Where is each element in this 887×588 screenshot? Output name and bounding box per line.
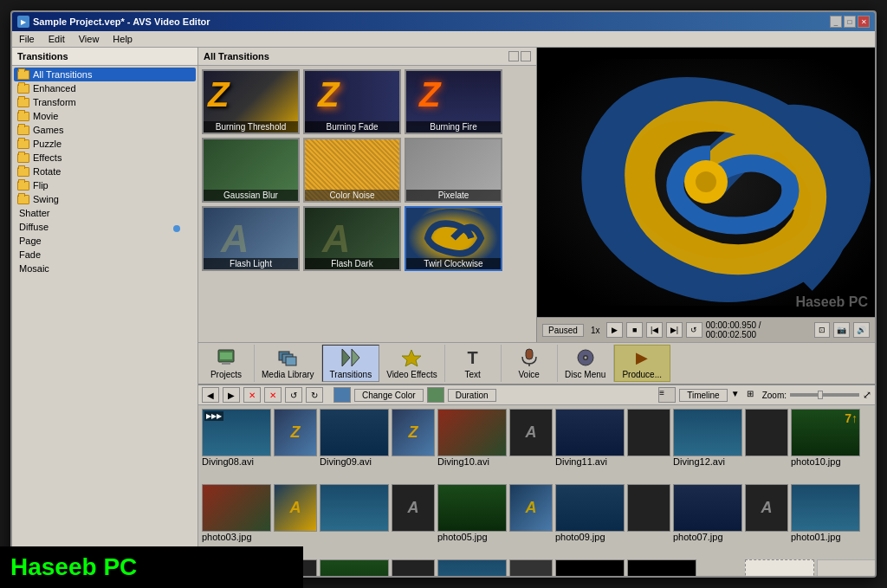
sidebar-item-fade[interactable]: Fade <box>14 248 196 262</box>
media-thumb-diving09[interactable] <box>320 409 389 456</box>
trans-3[interactable]: A <box>509 409 553 456</box>
tl-grid-btn[interactable]: ⊞ <box>747 389 759 401</box>
tl-delete-button[interactable]: ✕ <box>243 387 261 403</box>
media-thumb-photo02[interactable] <box>555 559 625 576</box>
media-thumb-coral[interactable] <box>202 484 271 532</box>
sidebar-item-rotate[interactable]: Rotate <box>14 165 196 178</box>
media-thumb-diving12[interactable] <box>673 409 742 456</box>
media-thumb-ocean2[interactable] <box>320 484 389 532</box>
tool-disc-menu[interactable]: Disc Menu <box>558 345 614 382</box>
tool-produce[interactable]: ▶ Produce... <box>614 345 670 382</box>
media-thumb-photo04[interactable] <box>320 559 389 576</box>
tl-redo-button[interactable]: ↻ <box>306 387 323 403</box>
minimize-button[interactable]: _ <box>830 16 842 28</box>
transition-flash-light[interactable]: A Flash Light <box>202 206 300 271</box>
sidebar-item-mosaic[interactable]: Mosaic <box>14 262 196 275</box>
sidebar-item-effects[interactable]: Effects <box>14 151 196 165</box>
sidebar-item-all-transitions[interactable]: All Transitions <box>14 68 196 81</box>
media-thumb-photo06[interactable] <box>437 559 507 576</box>
zoom-thumb[interactable] <box>818 391 823 399</box>
tool-text[interactable]: T Text <box>445 345 502 382</box>
trans-9[interactable] <box>627 484 670 532</box>
trans-8[interactable]: A <box>509 484 553 532</box>
close-button[interactable]: ✕ <box>858 16 870 28</box>
tl-change-color[interactable]: Change Color <box>354 389 424 402</box>
media-thumb-photo01[interactable] <box>791 484 860 532</box>
sidebar-item-movie[interactable]: Movie <box>14 109 196 123</box>
trans-13[interactable] <box>509 559 553 576</box>
tool-voice[interactable]: Voice <box>502 345 558 382</box>
transition-gaussian[interactable]: Gaussian Blur <box>202 138 300 203</box>
tl-view-icon[interactable]: ≡ <box>658 387 676 403</box>
sidebar-item-page[interactable]: Page <box>14 234 196 248</box>
tl-duration-icon[interactable] <box>427 387 444 403</box>
tool-projects[interactable]: Projects <box>198 345 255 382</box>
volume-button[interactable]: 🔊 <box>853 322 870 338</box>
media-thumb-diving11[interactable] <box>555 409 625 456</box>
grid-maximize-btn[interactable] <box>521 51 531 61</box>
media-item-diving08: ▶▶▶ Diving08.avi <box>202 409 271 467</box>
zoom-slider[interactable] <box>790 393 859 397</box>
loop-button[interactable]: ↺ <box>686 322 702 338</box>
fullscreen-button[interactable]: ⊡ <box>814 322 831 338</box>
sidebar-item-diffuse[interactable]: Diffuse <box>14 220 196 234</box>
media-thumb-black[interactable] <box>627 559 696 576</box>
media-thumb-photo09[interactable] <box>555 484 625 532</box>
sidebar-item-games[interactable]: Games <box>14 123 196 137</box>
stop-button[interactable]: ■ <box>626 322 643 338</box>
transition-color-noise[interactable]: Color Noise <box>303 138 401 203</box>
media-thumb-photo10[interactable]: 7↑ <box>791 409 860 456</box>
trans-12[interactable] <box>392 559 435 576</box>
drop-area[interactable]: Drag media items here. <box>745 559 814 576</box>
tl-undo-button[interactable]: ↺ <box>285 387 302 403</box>
transition-pixelate[interactable]: Pixelate <box>405 138 502 203</box>
media-thumb-empty[interactable] <box>817 559 875 576</box>
menu-edit[interactable]: Edit <box>45 33 68 45</box>
transition-twirl-clockwise[interactable]: Twirl Clockwise <box>405 206 502 271</box>
tl-timeline-label[interactable]: Timeline <box>679 389 727 402</box>
menu-view[interactable]: View <box>75 33 103 45</box>
tl-back-button[interactable]: ◀ <box>202 387 219 403</box>
maximize-button[interactable]: □ <box>844 16 856 28</box>
tool-video-effects[interactable]: Video Effects <box>379 345 445 382</box>
sidebar-item-swing[interactable]: Swing <box>14 192 196 206</box>
transition-flash-dark[interactable]: A Flash Dark <box>303 206 401 271</box>
next-frame-button[interactable]: ▶| <box>666 322 683 338</box>
transition-burning-fade[interactable]: Z Burning Fade <box>303 69 401 134</box>
tl-color-icon[interactable] <box>333 387 351 403</box>
trans-6[interactable]: A <box>274 484 317 532</box>
sidebar-item-enhanced[interactable]: Enhanced <box>14 81 196 95</box>
zoom-fit-button[interactable]: ⤢ <box>863 389 871 401</box>
sidebar-item-flip[interactable]: Flip <box>14 178 196 192</box>
transition-burning-fire[interactable]: Z Burning Fire <box>405 69 502 134</box>
trans-10[interactable]: A <box>745 484 788 532</box>
transition-burning-threshold[interactable]: Z Burning Threshold <box>202 69 300 134</box>
folder-icon <box>17 112 29 121</box>
media-thumb-photo07[interactable] <box>673 484 742 532</box>
sidebar-item-puzzle[interactable]: Puzzle <box>14 137 196 151</box>
folder-icon <box>17 98 29 107</box>
tl-duration[interactable]: Duration <box>448 389 496 402</box>
tl-options-btn[interactable]: ▼ <box>731 389 743 401</box>
media-thumb-diving08[interactable]: ▶▶▶ <box>202 409 271 456</box>
menu-file[interactable]: File <box>16 33 38 45</box>
menu-help[interactable]: Help <box>109 33 136 45</box>
tool-media-library[interactable]: Media Library <box>255 345 322 382</box>
grid-row-3: A Flash Light A Flash Dark <box>202 206 533 271</box>
sidebar-item-shatter[interactable]: Shatter <box>14 206 196 220</box>
media-thumb-photo05[interactable] <box>437 484 507 532</box>
sidebar-item-transform[interactable]: Transform <box>14 95 196 109</box>
media-thumb-diving10[interactable] <box>437 409 507 456</box>
trans-7[interactable]: A <box>392 484 435 532</box>
trans-1[interactable]: Z <box>274 409 317 456</box>
prev-frame-button[interactable]: |◀ <box>646 322 663 338</box>
grid-minimize-btn[interactable] <box>508 51 519 61</box>
trans-5[interactable] <box>745 409 788 456</box>
tool-transitions[interactable]: Transitions <box>322 345 380 382</box>
trans-2[interactable]: Z <box>392 409 435 456</box>
play-button[interactable]: ▶ <box>606 322 623 338</box>
tl-cut-button[interactable]: ✕ <box>264 387 282 403</box>
trans-4[interactable] <box>627 409 670 456</box>
tl-forward-button[interactable]: ▶ <box>223 387 240 403</box>
snapshot-button[interactable]: 📷 <box>833 322 850 338</box>
